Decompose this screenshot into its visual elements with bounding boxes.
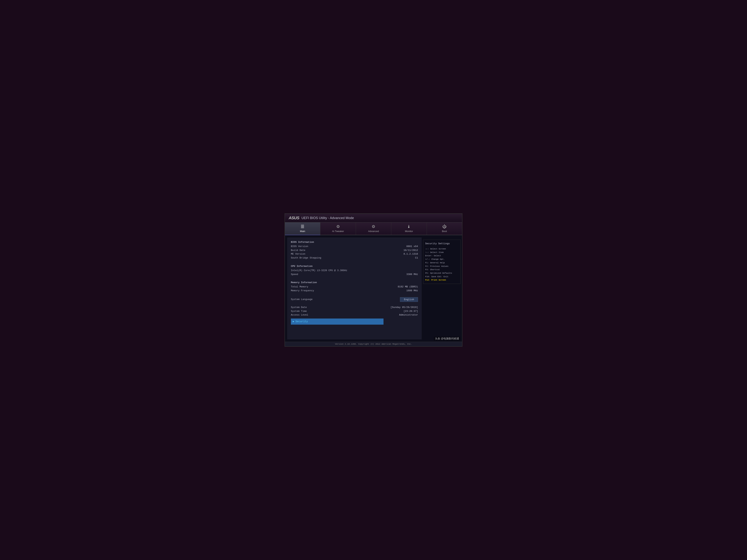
memory-info-header: Memory Information: [291, 281, 418, 285]
help-box: Security Settings →←: Select Screen ↑↓: …: [423, 240, 461, 284]
main-label: Main: [300, 230, 305, 233]
system-date-value: [Sunday 05/26/2019]: [390, 305, 418, 310]
me-version-row: ME Version 8.1.2.1318: [291, 252, 418, 256]
south-bridge-row: South Bridge Stepping C1: [291, 256, 418, 260]
advanced-icon: ⚙: [372, 224, 375, 229]
me-version-value: 8.1.2.1318: [404, 252, 418, 256]
cpu-speed-label: Speed: [291, 273, 343, 276]
bios-screen: ASUS UEFI BIOS Utility - Advanced Mode ☰…: [285, 213, 462, 347]
bios-version-value: 0801 x64: [407, 245, 418, 248]
main-content: BIOS Information BIOS Version 0801 x64 B…: [285, 235, 462, 342]
advanced-label: Advanced: [368, 230, 379, 233]
tab-boot[interactable]: ⏻ Boot: [427, 222, 462, 235]
build-date-label: Build Date: [291, 248, 343, 252]
system-language-label: System Language: [291, 298, 343, 301]
language-button[interactable]: English: [400, 297, 418, 302]
help-select-item: ↑↓: Select Item: [425, 251, 459, 254]
help-f3: F3: Shortcut: [425, 268, 459, 271]
tab-monitor[interactable]: 🌡 Monitor: [391, 222, 427, 235]
main-icon: ☰: [301, 224, 304, 229]
bios-info-section: BIOS Information BIOS Version 0801 x64 B…: [291, 240, 418, 260]
monitor-label: Monitor: [405, 230, 413, 233]
bios-version-row: BIOS Version 0801 x64: [291, 245, 418, 248]
help-f1: F1: General Help: [425, 261, 459, 265]
asus-logo: ASUS: [289, 216, 299, 220]
help-f10: F10: Save ESC: Exit: [425, 275, 459, 278]
access-level-row: Access Level Administrator: [291, 313, 418, 317]
access-level-label: Access Level: [291, 313, 343, 317]
memory-freq-value: 1600 MHz: [407, 289, 418, 293]
south-bridge-value: C1: [415, 256, 418, 260]
cpu-speed-value: 3300 MHz: [407, 273, 418, 276]
south-bridge-label: South Bridge Stepping: [291, 256, 343, 260]
ai-tweaker-label: Ai Tweaker: [332, 230, 344, 233]
total-memory-label: Total Memory: [291, 285, 343, 289]
cpu-model-row: Intel(R) Core(TM) i3-3220 CPU @ 3.30GHz: [291, 269, 418, 273]
cpu-info-section: CPU Information Intel(R) Core(TM) i3-322…: [291, 264, 418, 276]
total-memory-value: 8192 MB (DDR3): [398, 285, 418, 289]
boot-icon: ⏻: [442, 224, 446, 229]
tab-ai-tweaker[interactable]: ⚙ Ai Tweaker: [320, 222, 356, 235]
security-arrow-icon: ▶: [293, 319, 294, 323]
help-f12: F12: Print Screen: [425, 278, 459, 282]
system-date-row: System Date [Sunday 05/26/2019]: [291, 305, 418, 310]
system-language-row: System Language English: [291, 297, 418, 302]
right-panel: Security Settings →←: Select Screen ↑↓: …: [423, 235, 462, 342]
boot-label: Boot: [442, 230, 447, 233]
footer: Version 2.10.1208. Copyright (C) 2012 Am…: [285, 342, 462, 346]
help-enter: Enter: Select: [425, 254, 459, 258]
center-panel: BIOS Information BIOS Version 0801 x64 B…: [287, 237, 422, 340]
system-time-value: [23:26:37]: [404, 310, 418, 313]
help-select-screen: →←: Select Screen: [425, 247, 459, 251]
cpu-info-header: CPU Information: [291, 264, 418, 268]
help-title: Security Settings: [425, 242, 459, 246]
memory-freq-row: Memory Frequency 1600 MHz: [291, 289, 418, 293]
cpu-speed-row: Speed 3300 MHz: [291, 273, 418, 276]
tab-main[interactable]: ☰ Main: [285, 222, 320, 235]
system-time-row: System Time [23:26:37]: [291, 310, 418, 313]
ai-tweaker-icon: ⚙: [336, 224, 340, 229]
monitor-icon: 🌡: [407, 224, 411, 229]
system-time-label: System Time: [291, 310, 343, 313]
build-date-row: Build Date 10/11/2012: [291, 248, 418, 252]
watermark: 头条 @电脑数码精通: [434, 337, 460, 341]
tab-advanced[interactable]: ⚙ Advanced: [356, 222, 391, 235]
bios-info-header: BIOS Information: [291, 240, 418, 244]
me-version-label: ME Version: [291, 252, 343, 256]
help-f5: F5: Optimized Defaults: [425, 271, 459, 275]
memory-info-section: Memory Information Total Memory 8192 MB …: [291, 281, 418, 293]
total-memory-row: Total Memory 8192 MB (DDR3): [291, 285, 418, 289]
security-label: Security: [295, 319, 308, 323]
security-menu-item[interactable]: ▶ Security: [291, 319, 384, 324]
memory-freq-label: Memory Frequency: [291, 289, 343, 293]
build-date-value: 10/11/2012: [404, 248, 418, 252]
nav-bar: ☰ Main ⚙ Ai Tweaker ⚙ Advanced 🌡 Monitor…: [285, 222, 462, 235]
help-f2: F2: Previous Values: [425, 265, 459, 268]
bios-version-label: BIOS Version: [291, 245, 343, 248]
help-change-opt: +/-: Change Opt.: [425, 258, 459, 261]
cpu-model-label: Intel(R) Core(TM) i3-3220 CPU @ 3.30GHz: [291, 269, 347, 273]
title-bar: ASUS UEFI BIOS Utility - Advanced Mode: [285, 214, 462, 222]
bios-title: UEFI BIOS Utility - Advanced Mode: [302, 216, 354, 220]
footer-text: Version 2.10.1208. Copyright (C) 2012 Am…: [335, 343, 412, 345]
system-date-label: System Date: [291, 305, 343, 310]
access-level-value: Administrator: [399, 313, 418, 317]
